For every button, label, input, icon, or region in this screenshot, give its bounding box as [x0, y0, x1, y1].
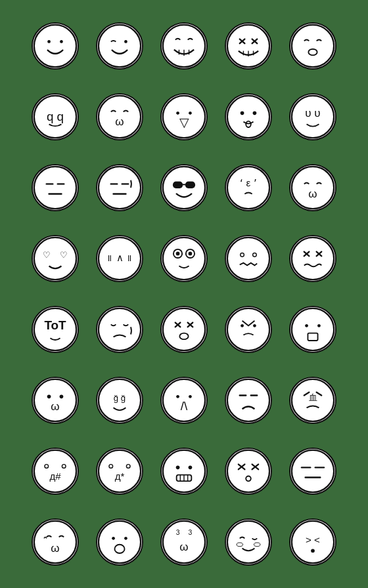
emoji-cell-x-eyes[interactable] [219, 438, 278, 504]
svg-point-66 [227, 308, 269, 350]
emoji-cell-laugh-xd[interactable] [219, 13, 278, 79]
svg-text:ll: ll [127, 253, 131, 263]
svg-point-2 [60, 40, 63, 43]
svg-point-56 [189, 252, 193, 256]
emoji-cell-frown[interactable] [219, 368, 278, 433]
svg-point-69 [292, 308, 334, 350]
svg-point-25 [253, 112, 257, 116]
emoji-cell-d-star[interactable]: д* [90, 438, 149, 504]
svg-point-67 [241, 324, 244, 327]
emoji-face-grin-teeth [160, 22, 208, 70]
svg-text:q q: q q [47, 110, 64, 123]
svg-point-103 [227, 450, 269, 492]
svg-point-113 [124, 537, 127, 540]
svg-point-4 [124, 40, 127, 43]
emoji-cell-xx-mouth[interactable] [154, 297, 214, 362]
svg-text:д*: д* [115, 471, 125, 482]
emoji-face-cute-o [289, 22, 336, 70]
svg-text:血: 血 [309, 392, 317, 402]
svg-point-54 [176, 252, 180, 256]
svg-point-21 [189, 112, 192, 115]
emoji-cell-q[interactable]: q q [26, 84, 85, 150]
emoji-cell-gt-lt[interactable]: > < [283, 509, 342, 575]
svg-text:υ υ: υ υ [305, 107, 320, 119]
emoji-face-gt-lt: > < [289, 518, 336, 566]
emoji-cell-bleh[interactable]: ʻ ε ʼ [219, 155, 278, 220]
svg-point-0 [34, 25, 76, 67]
svg-text:ω: ω [51, 542, 59, 555]
emoji-cell-grimace[interactable] [154, 438, 214, 504]
svg-point-64 [163, 308, 205, 350]
svg-point-63 [99, 308, 141, 350]
svg-point-75 [60, 395, 64, 399]
emoji-cell-tilde-omega[interactable]: ω [26, 509, 85, 575]
svg-point-23 [227, 96, 269, 138]
svg-point-33 [99, 167, 141, 209]
emoji-cell-dash-dash[interactable] [283, 438, 342, 504]
emoji-face-frown [225, 377, 272, 424]
emoji-face-cool [160, 164, 208, 211]
emoji-grid: q q ω ▽ [12, 0, 356, 588]
emoji-cell-worried[interactable] [219, 297, 278, 362]
svg-rect-39 [185, 182, 195, 188]
emoji-cell-blush-wink[interactable] [219, 509, 278, 575]
svg-text:ω: ω [179, 541, 188, 553]
emoji-cell-muscle[interactable]: ∧ ll ll [90, 226, 149, 291]
emoji-cell-heart-eyes[interactable]: ♡ ♡ [26, 226, 85, 291]
emoji-face-nervous [225, 235, 272, 282]
emoji-cell-dot-tongue[interactable] [219, 84, 278, 150]
emoji-cell-stutter[interactable]: ğ ğ [90, 368, 149, 433]
emoji-cell-backslash[interactable]: /\ [154, 368, 214, 433]
emoji-cell-pleased[interactable]: ω [283, 155, 342, 220]
emoji-face-smile [32, 22, 79, 70]
emoji-face-laugh-xd [225, 22, 272, 70]
emoji-face-q: q q [32, 93, 79, 140]
svg-text:д#: д# [49, 471, 61, 482]
svg-point-68 [253, 324, 256, 327]
emoji-cell-cute-o[interactable] [283, 13, 342, 79]
emoji-cell-d-hash[interactable]: д# [26, 438, 85, 504]
svg-point-105 [292, 450, 334, 492]
emoji-face-angry-kanji: 血 [289, 377, 336, 424]
svg-text:3: 3 [189, 529, 193, 536]
emoji-cell-flat[interactable] [26, 155, 85, 220]
emoji-cell-cat-u[interactable]: υ υ [283, 84, 342, 150]
svg-point-57 [227, 238, 269, 280]
svg-point-52 [163, 238, 205, 280]
emoji-cell-grin-teeth[interactable] [154, 13, 214, 79]
emoji-cell-owo[interactable]: ω [90, 84, 149, 150]
svg-point-97 [176, 466, 180, 470]
emoji-cell-pout[interactable]: ω [26, 368, 85, 433]
emoji-face-pout: ω [32, 377, 79, 424]
emoji-face-grimace [160, 448, 208, 495]
svg-point-111 [99, 521, 141, 563]
svg-point-83 [227, 379, 269, 421]
svg-text:3: 3 [176, 529, 180, 536]
emoji-cell-open-o[interactable] [90, 509, 149, 575]
emoji-cell-cool[interactable] [154, 155, 214, 220]
svg-point-5 [163, 25, 205, 67]
emoji-cell-wink[interactable] [90, 13, 149, 79]
emoji-cell-33-omega[interactable]: 3 3 ω [154, 509, 214, 575]
emoji-cell-square-mouth[interactable] [283, 297, 342, 362]
svg-text:/\: /\ [181, 399, 188, 413]
emoji-cell-sad-eyes[interactable] [90, 297, 149, 362]
svg-text:ğ  ğ: ğ ğ [114, 393, 126, 403]
emoji-face-blush-wink [225, 518, 272, 566]
emoji-face-wink [96, 22, 143, 70]
emoji-cell-tot[interactable]: ToT [26, 297, 85, 362]
svg-point-71 [317, 324, 321, 327]
emoji-face-muscle: ∧ ll ll [96, 235, 143, 282]
emoji-face-d-star: д* [96, 448, 143, 495]
svg-text:♡: ♡ [43, 250, 51, 260]
emoji-cell-dizzy[interactable] [154, 226, 214, 291]
emoji-face-dash-dash [289, 448, 336, 495]
emoji-cell-tongue-v[interactable]: ▽ [154, 84, 214, 150]
emoji-cell-nervous[interactable] [219, 226, 278, 291]
emoji-face-tilde-omega: ω [32, 518, 79, 566]
emoji-face-sweat-flat [96, 164, 143, 211]
emoji-cell-squiggle[interactable] [283, 226, 342, 291]
emoji-cell-sweat-flat[interactable] [90, 155, 149, 220]
emoji-cell-angry-kanji[interactable]: 血 [283, 368, 342, 433]
emoji-cell-smile[interactable] [26, 13, 85, 79]
